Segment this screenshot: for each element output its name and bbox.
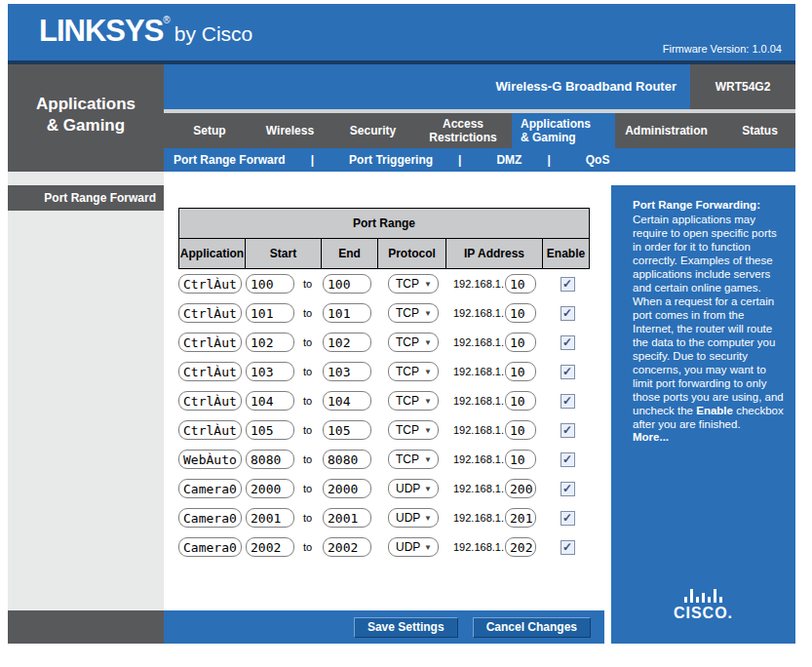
application-input[interactable] [178,274,242,294]
end-port-input[interactable] [323,537,371,557]
tab-status[interactable]: Status [717,113,802,148]
application-cell [178,303,246,323]
start-port-input[interactable] [246,333,294,352]
application-input[interactable] [178,303,242,323]
save-settings-button[interactable]: Save Settings [354,617,458,638]
enable-checkbox[interactable]: ✓ [561,335,575,350]
enable-checkbox[interactable]: ✓ [561,277,575,292]
end-port-input[interactable] [323,479,371,498]
start-port-input[interactable] [246,508,294,528]
ip-suffix-input[interactable] [505,420,536,440]
to-label: to [303,395,312,407]
tab-security[interactable]: Security [331,113,414,148]
protocol-cell: UDP▼ [379,479,447,498]
tab-setup[interactable]: Setup [171,113,249,148]
start-port-input[interactable] [246,450,294,469]
application-cell [178,479,246,498]
help-panel: Port Range Forwarding: Certain applicati… [611,185,795,644]
start-port-cell: to [246,479,323,498]
tab-label: & Gaming [521,131,576,144]
start-port-input[interactable] [246,362,294,381]
end-port-input[interactable] [323,450,371,469]
protocol-select[interactable]: TCP▼ [388,303,439,323]
ip-suffix-input[interactable] [505,508,536,528]
enable-checkbox[interactable]: ✓ [561,306,575,321]
end-port-input[interactable] [323,333,371,352]
start-port-input[interactable] [246,274,294,294]
protocol-select[interactable]: TCP▼ [388,420,439,440]
application-input[interactable] [178,450,242,469]
chevron-down-icon: ▼ [424,426,432,435]
tab-applications-gaming[interactable]: Applications& Gaming [512,113,615,148]
column-header-start: Start [246,239,322,268]
enable-checkbox[interactable]: ✓ [561,452,575,467]
application-input[interactable] [178,333,242,352]
end-port-input[interactable] [323,274,371,294]
subnav-item-qos[interactable]: QoS [576,153,620,167]
protocol-select[interactable]: UDP▼ [388,508,439,528]
port-forward-rows: toTCP▼192.168.1.✓toTCP▼192.168.1.✓toTCP▼… [178,269,590,562]
enable-checkbox[interactable]: ✓ [561,423,575,438]
ip-address-cell: 192.168.1. [447,274,545,294]
enable-checkbox[interactable]: ✓ [561,365,575,379]
start-port-input[interactable] [246,479,294,498]
ip-suffix-input[interactable] [505,333,536,352]
start-port-input[interactable] [246,420,294,440]
protocol-select[interactable]: UDP▼ [388,479,439,498]
protocol-value: TCP [396,306,419,320]
ip-suffix-input[interactable] [505,479,536,498]
start-port-cell: to [246,303,323,323]
ip-suffix-input[interactable] [505,303,536,323]
application-input[interactable] [178,537,242,557]
enable-checkbox[interactable]: ✓ [561,482,575,496]
end-port-input[interactable] [323,362,371,381]
port-forward-row: toTCP▼192.168.1.✓ [178,415,590,445]
ip-suffix-input[interactable] [505,450,536,469]
protocol-select[interactable]: TCP▼ [388,333,439,352]
start-port-input[interactable] [246,303,294,323]
ip-address-cell: 192.168.1. [447,333,545,352]
application-input[interactable] [178,479,242,498]
cancel-changes-button[interactable]: Cancel Changes [473,617,591,638]
ip-suffix-input[interactable] [505,274,536,294]
application-input[interactable] [178,391,242,411]
enable-checkbox[interactable]: ✓ [561,394,575,409]
end-port-input[interactable] [323,420,371,440]
application-input[interactable] [178,508,242,528]
application-input[interactable] [178,362,242,381]
protocol-select[interactable]: TCP▼ [388,362,439,381]
tab-administration[interactable]: Administration [615,113,717,148]
ip-prefix-label: 192.168.1. [453,512,504,524]
chevron-down-icon: ▼ [424,485,432,493]
end-port-cell [323,274,379,294]
to-label: to [303,424,312,436]
ip-suffix-input[interactable] [505,537,536,557]
to-label: to [303,483,312,494]
subnav-item-dmz[interactable]: DMZ [486,153,531,167]
end-port-input[interactable] [323,303,371,323]
subnav-item-port-triggering[interactable]: Port Triggering [339,153,443,167]
protocol-cell: TCP▼ [379,333,447,352]
more-link[interactable]: More... [633,431,784,443]
protocol-select[interactable]: TCP▼ [388,391,439,411]
ip-suffix-input[interactable] [505,391,536,411]
ip-suffix-input[interactable] [505,362,536,381]
protocol-select[interactable]: TCP▼ [388,274,439,294]
end-port-cell [323,362,379,381]
start-port-input[interactable] [246,537,294,557]
enable-cell: ✓ [545,482,590,496]
end-port-input[interactable] [323,508,371,528]
end-port-input[interactable] [323,391,371,411]
subnav-item-port-range-forward[interactable]: Port Range Forward [164,153,295,167]
to-label: to [303,541,312,553]
start-port-input[interactable] [246,391,294,411]
tab-access-restrictions[interactable]: AccessRestrictions [414,113,512,148]
enable-checkbox[interactable]: ✓ [561,540,575,555]
tab-wireless[interactable]: Wireless [249,113,331,148]
enable-checkbox[interactable]: ✓ [561,511,575,526]
ip-prefix-label: 192.168.1. [453,366,504,377]
protocol-select[interactable]: TCP▼ [388,450,439,469]
application-input[interactable] [178,420,242,440]
protocol-select[interactable]: UDP▼ [388,537,439,557]
product-name: Wireless-G Broadband Router [164,64,690,109]
